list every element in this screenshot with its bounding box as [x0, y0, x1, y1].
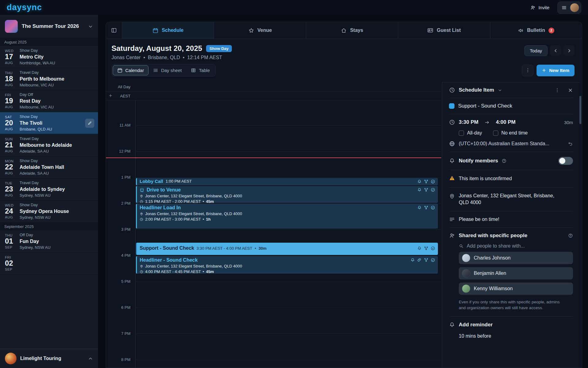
account-menu-button[interactable]	[557, 2, 581, 14]
person-avatar	[462, 254, 470, 262]
clock-icon	[140, 218, 143, 221]
organization-selector[interactable]: Limelight Touring	[0, 349, 98, 368]
list-icon	[153, 68, 158, 73]
timezone-row[interactable]: (UTC+10:00) Australian Eastern Standa...	[449, 141, 573, 147]
start-time[interactable]: 3:30 PM	[459, 119, 478, 125]
reminder-value[interactable]: 10 mins before	[459, 333, 573, 339]
pin-icon	[140, 194, 143, 198]
clock-icon	[449, 119, 455, 125]
view-label: Table	[199, 68, 210, 73]
more-options-button[interactable]	[522, 65, 533, 76]
id-card-icon	[427, 27, 433, 33]
day-month: AUG	[5, 215, 13, 219]
day-month: AUG	[5, 127, 13, 131]
day-row-aug-18[interactable]: THU 18 AUG Travel Day Perth to Melbourne…	[0, 68, 98, 90]
panel-scrollbar[interactable]	[579, 96, 581, 124]
shared-person-row[interactable]: Kenny Williamson	[459, 283, 573, 295]
tab-bulletin[interactable]: Bulletin 2	[490, 22, 582, 39]
day-location: Adelaide, SA AU	[20, 171, 64, 176]
view-calendar[interactable]: Calendar	[113, 65, 149, 75]
notification-badge: 2	[548, 28, 554, 33]
invite-button[interactable]: Invite	[530, 5, 549, 10]
day-number: 24	[5, 207, 13, 215]
help-icon[interactable]	[502, 158, 507, 163]
event-headliner-load-in[interactable]: Headliner Load In Jonas Center, 132 Eleg…	[136, 204, 438, 229]
day-row-aug-24[interactable]: WED 24 AUG Show Day Sydney Opera House S…	[0, 200, 98, 222]
day-location: Brisbane, QLD AU	[20, 127, 52, 132]
bus-icon	[140, 188, 144, 192]
next-day-button[interactable]	[564, 45, 575, 56]
shared-person-row[interactable]: Charles Johnson	[459, 252, 573, 264]
bell-icon	[449, 322, 455, 328]
tour-avatar	[5, 20, 18, 33]
workflow-icon	[424, 188, 428, 192]
sidebar: The Summer Tour 2026 August 2025 WED 17 …	[0, 15, 98, 368]
day-row-sep-02[interactable]: FRI 02 SEP	[0, 252, 98, 275]
pin-icon	[140, 264, 143, 268]
day-row-aug-22[interactable]: MON 22 AUG Show Day Adelaide Town Hall A…	[0, 156, 98, 178]
day-title: Perth to Melbourne	[20, 76, 64, 82]
day-title: Melbourne to Adelaide	[20, 142, 72, 148]
panel-more-options-button[interactable]	[555, 88, 560, 93]
edit-day-button[interactable]	[85, 119, 94, 128]
no-end-time-checkbox[interactable]	[493, 131, 498, 136]
sidebar-collapse-button[interactable]	[106, 22, 122, 39]
item-color-swatch[interactable]	[449, 103, 454, 109]
view-day-sheet[interactable]: Day sheet	[149, 65, 187, 75]
event-headliner-sound-check[interactable]: Headliner - Sound Check Jonas Center, 13…	[136, 256, 438, 274]
day-row-aug-23[interactable]: TUE 23 AUG Travel Day Adelaide to Syndey…	[0, 178, 98, 200]
day-location: Melbourne, VIC AU	[20, 105, 54, 110]
event-time: 1:15 PM AEST - 2:00 PM AEST	[145, 199, 201, 203]
page-title: Saturday, August 20, 2025	[111, 44, 202, 53]
event-drive-to-venue[interactable]: Drive to Venue Jonas Center, 132 Elegant…	[136, 186, 438, 203]
hour-label: 4 PM	[106, 253, 130, 258]
share-search-input[interactable]	[467, 243, 559, 249]
previous-day-button[interactable]	[550, 45, 561, 56]
paperclip-icon	[417, 258, 422, 262]
chevron-down-icon[interactable]	[498, 88, 502, 93]
day-title: Sydney Opera House	[20, 208, 69, 214]
tour-name: The Summer Tour 2026	[22, 23, 79, 29]
day-row-sep-01[interactable]: THU 01 SEP Off Day Fun Day Sydney, NSW A…	[0, 230, 98, 252]
day-row-aug-19[interactable]: FRI 19 AUG Day Off Rest Day Melbourne, V…	[0, 90, 98, 112]
day-row-aug-20-selected[interactable]: SAT 20 AUG Show Day The Tivoli Brisbane,…	[0, 112, 98, 134]
close-panel-button[interactable]	[568, 88, 573, 93]
new-item-button[interactable]: New Item	[537, 65, 575, 76]
event-support-sound-check[interactable]: Support - Sound Check 3:30 PM AEST - 4:0…	[136, 243, 438, 255]
day-title: Adelaide to Syndey	[20, 186, 65, 192]
tab-venue[interactable]: Venue	[214, 22, 306, 39]
day-number: 23	[5, 185, 13, 193]
tour-selector[interactable]: The Summer Tour 2026	[0, 15, 98, 38]
shared-person-row[interactable]: Benjamin Allen	[459, 267, 573, 279]
clock-icon	[140, 270, 143, 274]
help-icon[interactable]	[568, 233, 573, 238]
hour-label: 8 PM	[106, 357, 130, 362]
tab-stays[interactable]: Stays	[306, 22, 398, 39]
today-button[interactable]: Today	[524, 45, 548, 56]
tab-guest-list[interactable]: Guest List	[398, 22, 490, 39]
day-month: AUG	[5, 149, 13, 153]
workflow-icon	[424, 205, 428, 210]
all-day-checkbox[interactable]	[459, 131, 464, 136]
undo-icon[interactable]	[568, 141, 573, 146]
day-title: Adelaide Town Hall	[20, 164, 64, 170]
hamburger-icon	[561, 5, 567, 10]
day-location: Adelaide, SA AU	[20, 149, 72, 154]
share-disclaimer: Even if you only share this with specifi…	[459, 299, 566, 311]
day-type: Day Off	[20, 92, 54, 97]
day-row-aug-17[interactable]: WED 17 AUG Show Day Metro City Northbrid…	[0, 46, 98, 68]
event-lobby-call[interactable]: Lobby Call 1:00 PM AEST	[136, 178, 438, 185]
share-search	[459, 243, 573, 249]
events-layer: Lobby Call 1:00 PM AEST Drive to Venue J…	[136, 82, 438, 368]
tab-schedule[interactable]: Schedule	[122, 22, 214, 39]
notify-members-toggle[interactable]	[558, 157, 573, 165]
event-time: 1:00 PM AEST	[166, 179, 192, 184]
day-title: The Tivoli	[20, 120, 52, 126]
home-icon	[341, 28, 347, 33]
day-row-aug-21[interactable]: SUN 21 AUG Travel Day Melbourne to Adela…	[0, 134, 98, 156]
event-duration: 1h	[206, 217, 210, 222]
end-time[interactable]: 4:00 PM	[496, 119, 515, 125]
view-table[interactable]: Table	[186, 65, 214, 75]
pin-icon	[449, 193, 455, 199]
day-month: SEP	[5, 267, 13, 271]
